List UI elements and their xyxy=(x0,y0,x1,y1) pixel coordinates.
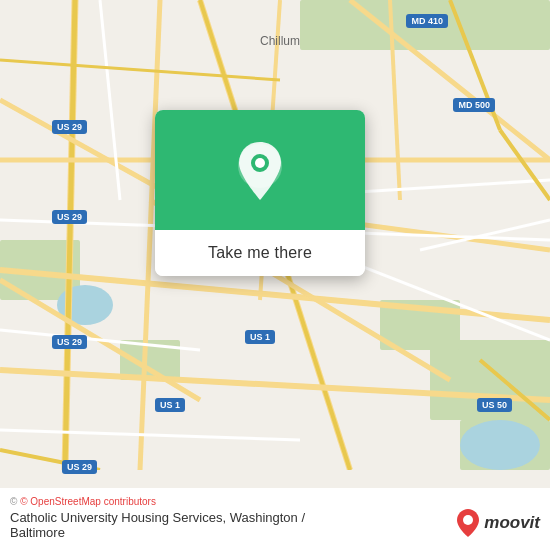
osm-link[interactable]: © OpenStreetMap contributors xyxy=(20,496,156,507)
moovit-logo: moovit xyxy=(456,508,540,538)
shield-md500: MD 500 xyxy=(453,98,495,112)
shield-us29-2: US 29 xyxy=(52,210,87,224)
shield-us1-1: US 1 xyxy=(245,330,275,344)
svg-point-8 xyxy=(460,420,540,470)
shield-us50: US 50 xyxy=(477,398,512,412)
shield-us29-3: US 29 xyxy=(52,335,87,349)
svg-point-40 xyxy=(463,515,473,525)
moovit-pin-icon xyxy=(456,508,480,538)
svg-text:Chillum: Chillum xyxy=(260,34,300,48)
location-pin-icon xyxy=(234,138,286,203)
popup-card: Take me there xyxy=(155,110,365,276)
moovit-text: moovit xyxy=(484,513,540,533)
shield-us29-4: US 29 xyxy=(62,460,97,474)
svg-point-39 xyxy=(255,158,265,168)
shield-us29-1: US 29 xyxy=(52,120,87,134)
take-me-there-button[interactable]: Take me there xyxy=(155,230,365,276)
shield-md410: MD 410 xyxy=(406,14,448,28)
map-container: Chillum US 29 US 29 US 29 US 29 MD 410 M… xyxy=(0,0,550,550)
copyright-symbol: © xyxy=(10,496,17,507)
shield-us1-2: US 1 xyxy=(155,398,185,412)
copyright-line: © © OpenStreetMap contributors xyxy=(10,496,540,507)
popup-header xyxy=(155,110,365,230)
